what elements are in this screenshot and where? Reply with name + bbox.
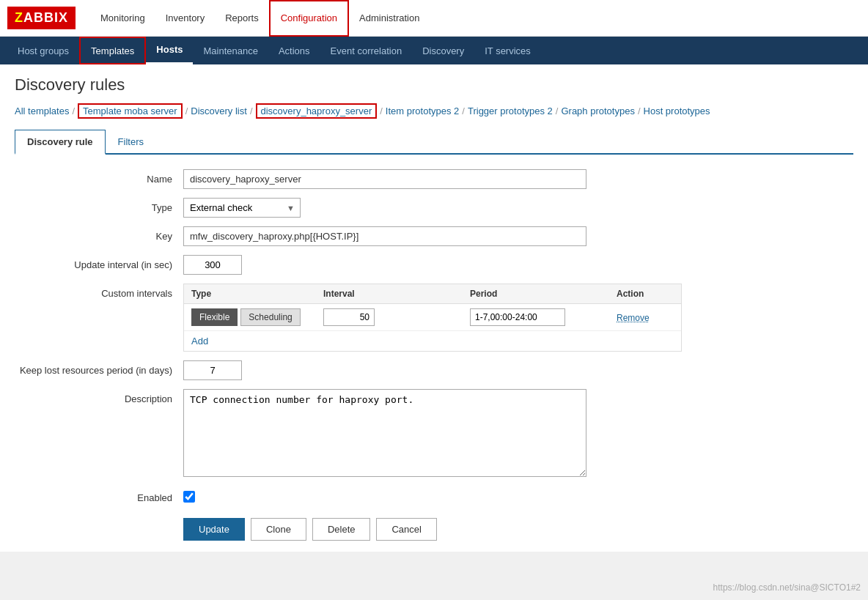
breadcrumb-host-prototypes[interactable]: Host prototypes xyxy=(644,105,710,116)
key-label: Key xyxy=(15,226,183,242)
breadcrumb-sep-6: / xyxy=(556,105,559,116)
breadcrumb-template-moba[interactable]: Template moba server xyxy=(78,103,183,119)
nav-host-groups[interactable]: Host groups xyxy=(7,37,79,64)
update-interval-input[interactable] xyxy=(183,255,242,275)
type-label: Type xyxy=(15,198,183,213)
type-control: External check Zabbix agent SNMP v1 agen… xyxy=(183,198,853,218)
page-content: Discovery rules All templates / Template… xyxy=(0,64,868,552)
intervals-container: Type Interval Period Action Flexible Sch… xyxy=(183,284,682,352)
tab-discovery-rule[interactable]: Discovery rule xyxy=(15,130,106,155)
scheduling-button[interactable]: Scheduling xyxy=(240,308,300,326)
form-row-name: Name xyxy=(15,169,853,189)
nav-inventory[interactable]: Inventory xyxy=(155,0,215,37)
logo-z: Z xyxy=(15,10,23,25)
intervals-col-interval-header: Interval xyxy=(323,289,470,299)
nav-hosts[interactable]: Hosts xyxy=(146,37,193,64)
name-label: Name xyxy=(15,169,183,185)
nav-discovery[interactable]: Discovery xyxy=(412,37,474,64)
update-interval-label: Update interval (in sec) xyxy=(15,255,183,270)
keep-lost-input[interactable] xyxy=(183,360,242,380)
enabled-checkbox-wrapper xyxy=(183,488,853,503)
breadcrumb-all-templates[interactable]: All templates xyxy=(15,105,69,116)
intervals-action-col: Remove xyxy=(617,312,674,323)
breadcrumb-trigger-prototypes-label: Trigger prototypes xyxy=(468,105,545,116)
intervals-col-type-header: Type xyxy=(191,289,323,299)
intervals-interval-col xyxy=(323,308,470,326)
breadcrumb-trigger-prototypes[interactable]: Trigger prototypes 2 xyxy=(468,105,553,116)
name-input[interactable] xyxy=(183,169,586,189)
form-row-type: Type External check Zabbix agent SNMP v1… xyxy=(15,198,853,218)
nav-event-correlation[interactable]: Event correlation xyxy=(320,37,413,64)
intervals-type-col: Flexible Scheduling xyxy=(191,308,323,326)
nav-configuration[interactable]: Configuration xyxy=(269,0,349,37)
tab-filters[interactable]: Filters xyxy=(106,130,156,155)
form-row-update-interval: Update interval (in sec) xyxy=(15,255,853,275)
form-row-enabled: Enabled xyxy=(15,488,853,503)
intervals-col-action-header: Action xyxy=(617,289,674,299)
breadcrumb-graph-prototypes[interactable]: Graph prototypes xyxy=(561,105,634,116)
logo-abbix: ABBIX xyxy=(23,10,68,25)
breadcrumb-trigger-prototypes-count: 2 xyxy=(548,105,553,116)
breadcrumb-discovery-list[interactable]: Discovery list xyxy=(191,105,247,116)
period-input[interactable] xyxy=(470,308,565,326)
breadcrumb-item-prototypes[interactable]: Item prototypes 2 xyxy=(386,105,459,116)
breadcrumb-sep-4: / xyxy=(380,105,383,116)
keep-lost-label: Keep lost resources period (in days) xyxy=(15,360,183,376)
update-interval-control xyxy=(183,255,853,275)
discovery-rule-form: Name Type External check Zabbix agent SN… xyxy=(15,169,853,541)
type-select[interactable]: External check Zabbix agent SNMP v1 agen… xyxy=(183,198,301,218)
add-interval-link[interactable]: Add xyxy=(191,336,208,347)
nav-templates[interactable]: Templates xyxy=(79,37,146,64)
description-control: TCP connection number for haproxy port. xyxy=(183,389,853,479)
action-buttons: Update Clone Delete Cancel xyxy=(15,518,853,541)
key-input[interactable] xyxy=(183,226,586,246)
nav-it-services[interactable]: IT services xyxy=(474,37,541,64)
intervals-row-1: Flexible Scheduling Remove xyxy=(184,304,681,331)
interval-input[interactable] xyxy=(323,308,375,326)
intervals-footer: Add xyxy=(184,331,681,351)
form-row-key: Key xyxy=(15,226,853,246)
enabled-control xyxy=(183,488,853,503)
form-row-keep-lost: Keep lost resources period (in days) xyxy=(15,360,853,380)
nav-actions[interactable]: Actions xyxy=(268,37,320,64)
breadcrumb-discovery-haproxy[interactable]: discovery_haproxy_server xyxy=(256,103,378,119)
key-control xyxy=(183,226,853,246)
nav-reports[interactable]: Reports xyxy=(215,0,269,37)
update-button[interactable]: Update xyxy=(183,518,245,541)
breadcrumb-sep-3: / xyxy=(250,105,253,116)
top-navigation: ZABBIX Monitoring Inventory Reports Conf… xyxy=(0,0,868,37)
page-title: Discovery rules xyxy=(15,75,853,95)
form-row-description: Description TCP connection number for ha… xyxy=(15,389,853,479)
clone-button[interactable]: Clone xyxy=(251,518,306,541)
flexible-button[interactable]: Flexible xyxy=(191,308,238,326)
delete-button[interactable]: Delete xyxy=(312,518,371,541)
intervals-period-col xyxy=(470,308,617,326)
breadcrumb-item-prototypes-count: 2 xyxy=(454,105,459,116)
form-row-custom-intervals: Custom intervals Type Interval Period Ac… xyxy=(15,284,853,352)
custom-intervals-control: Type Interval Period Action Flexible Sch… xyxy=(183,284,853,352)
nav-administration[interactable]: Administration xyxy=(349,0,430,37)
enabled-checkbox[interactable] xyxy=(183,491,195,503)
breadcrumb-sep-1: / xyxy=(72,105,75,116)
keep-lost-control xyxy=(183,360,853,380)
description-textarea[interactable]: TCP connection number for haproxy port. xyxy=(183,389,586,477)
top-nav-items: Monitoring Inventory Reports Configurati… xyxy=(90,0,430,37)
tab-bar: Discovery rule Filters xyxy=(15,130,853,155)
breadcrumb-sep-2: / xyxy=(185,105,188,116)
zabbix-logo: ZABBIX xyxy=(7,7,76,29)
breadcrumb-item-prototypes-label: Item prototypes xyxy=(386,105,452,116)
name-control xyxy=(183,169,853,189)
enabled-label: Enabled xyxy=(15,488,183,503)
breadcrumb: All templates / Template moba server / D… xyxy=(15,103,853,119)
intervals-col-period-header: Period xyxy=(470,289,617,299)
breadcrumb-sep-5: / xyxy=(462,105,465,116)
cancel-button[interactable]: Cancel xyxy=(376,518,436,541)
custom-intervals-label: Custom intervals xyxy=(15,284,183,299)
nav-maintenance[interactable]: Maintenance xyxy=(193,37,268,64)
nav-monitoring[interactable]: Monitoring xyxy=(90,0,155,37)
description-label: Description xyxy=(15,389,183,404)
type-select-wrapper: External check Zabbix agent SNMP v1 agen… xyxy=(183,198,301,218)
breadcrumb-sep-7: / xyxy=(638,105,641,116)
intervals-header: Type Interval Period Action xyxy=(184,284,681,304)
remove-link[interactable]: Remove xyxy=(617,313,650,323)
